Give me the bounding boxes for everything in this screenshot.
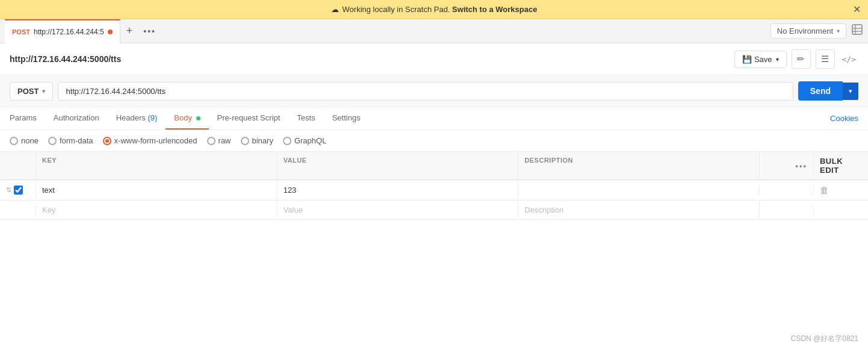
radio-raw-circle — [207, 137, 215, 145]
svg-rect-0 — [852, 25, 862, 34]
tab-url: http://172.16.44.244:5 — [34, 28, 104, 36]
row-handle-icon[interactable]: ⇅ — [6, 186, 11, 194]
request-title-bar: http://172.16.44.244:5000/tts 💾 Save ▾ ✏… — [0, 43, 868, 75]
notification-bar: ☁ Working locally in Scratch Pad. Switch… — [0, 0, 868, 19]
radio-form-data-circle — [48, 137, 57, 145]
tab-body[interactable]: Body — [166, 107, 208, 130]
th-value: VALUE — [277, 152, 519, 180]
radio-urlencoded-circle — [103, 137, 111, 145]
save-chevron-icon: ▾ — [776, 56, 779, 63]
send-button[interactable]: Send — [798, 81, 843, 101]
save-label: Save — [754, 55, 772, 64]
environment-selector[interactable]: No Environment ▾ — [770, 23, 846, 39]
radio-urlencoded-label: x-www-form-urlencoded — [114, 136, 197, 145]
row-checkbox[interactable] — [14, 186, 23, 195]
row-more — [760, 186, 814, 195]
body-table: KEY VALUE DESCRIPTION ••• Bulk Edit ⇅ te… — [0, 152, 868, 220]
radio-graphql-label: GraphQL — [294, 136, 326, 145]
cloud-icon: ☁ — [331, 5, 339, 14]
radio-raw[interactable]: raw — [207, 136, 231, 145]
switch-workspace-link[interactable]: Switch to a Workspace — [452, 5, 537, 14]
placeholder-ctrl — [0, 205, 36, 215]
url-input[interactable] — [58, 82, 793, 101]
send-dropdown-button[interactable]: ▾ — [843, 83, 858, 100]
radio-graphql-circle — [283, 137, 291, 145]
placeholder-description[interactable]: Description — [518, 201, 760, 219]
send-button-group: Send ▾ — [798, 81, 858, 101]
placeholder-more — [760, 205, 814, 215]
method-chevron-icon: ▾ — [42, 88, 45, 95]
table-row: ⇅ text 123 🗑 — [0, 180, 868, 201]
comment-button[interactable]: ☰ — [816, 49, 835, 69]
radio-form-data[interactable]: form-data — [48, 136, 93, 145]
tabs-right: Cookies — [830, 114, 858, 123]
workspace-icon-button[interactable] — [851, 23, 863, 39]
th-description: DESCRIPTION — [518, 152, 760, 180]
radio-form-data-label: form-data — [60, 136, 93, 145]
code-button[interactable]: </> — [840, 55, 858, 64]
radio-none[interactable]: none — [10, 136, 39, 145]
row-delete: 🗑 — [814, 180, 868, 200]
title-bar-actions: 💾 Save ▾ ✏ ☰ </> — [734, 49, 858, 69]
tab-modified-dot — [108, 30, 113, 34]
tab-prerequest[interactable]: Pre-request Script — [209, 107, 289, 130]
close-notification-button[interactable]: ✕ — [853, 5, 861, 14]
radio-urlencoded[interactable]: x-www-form-urlencoded — [103, 136, 197, 145]
radio-none-circle — [10, 137, 18, 145]
tab-bar-right: No Environment ▾ — [770, 23, 863, 39]
body-dot — [196, 116, 200, 120]
tab-item-post[interactable]: POST http://172.16.44.244:5 — [5, 19, 120, 43]
tab-tests[interactable]: Tests — [288, 107, 323, 130]
radio-raw-label: raw — [219, 136, 231, 145]
tab-settings[interactable]: Settings — [324, 107, 369, 130]
tab-method-badge: POST — [12, 28, 30, 36]
th-bulk-edit[interactable]: Bulk Edit — [814, 152, 868, 180]
radio-binary[interactable]: binary — [241, 136, 273, 145]
th-more: ••• — [760, 152, 814, 180]
env-label: No Environment — [777, 27, 833, 36]
request-title: http://172.16.44.244:5000/tts — [10, 54, 121, 64]
row-key[interactable]: text — [36, 181, 277, 199]
placeholder-actions — [814, 205, 868, 215]
add-tab-button[interactable]: + — [120, 25, 139, 37]
radio-binary-circle — [241, 137, 249, 145]
body-type-row: none form-data x-www-form-urlencoded raw… — [0, 130, 868, 152]
placeholder-value[interactable]: Value — [277, 201, 519, 219]
radio-graphql[interactable]: GraphQL — [283, 136, 326, 145]
th-key: KEY — [36, 152, 277, 180]
env-chevron-icon: ▾ — [837, 28, 840, 34]
method-select[interactable]: POST ▾ — [10, 82, 53, 101]
edit-button[interactable]: ✏ — [792, 49, 811, 69]
method-label: POST — [17, 87, 39, 96]
save-button[interactable]: 💾 Save ▾ — [734, 51, 787, 68]
save-icon: 💾 — [742, 55, 752, 64]
radio-none-label: none — [21, 136, 39, 145]
row-ctrl: ⇅ — [0, 181, 36, 199]
tab-authorization[interactable]: Authorization — [45, 107, 108, 130]
cookies-link[interactable]: Cookies — [830, 114, 858, 123]
notification-text: Working locally in Scratch Pad. — [343, 5, 450, 14]
placeholder-key[interactable]: Key — [36, 201, 277, 219]
delete-row-button[interactable]: 🗑 — [820, 185, 829, 195]
request-tabs: Params Authorization Headers (9) Body Pr… — [0, 107, 868, 130]
headers-badge: (9) — [147, 113, 157, 122]
table-more-icon[interactable]: ••• — [795, 161, 807, 170]
row-description[interactable] — [518, 186, 760, 195]
tab-more-button[interactable]: ••• — [138, 27, 161, 36]
tab-params[interactable]: Params — [10, 107, 45, 130]
tab-headers[interactable]: Headers (9) — [108, 107, 166, 130]
table-header: KEY VALUE DESCRIPTION ••• Bulk Edit — [0, 152, 868, 180]
row-value[interactable]: 123 — [277, 181, 519, 199]
placeholder-row: Key Value Description — [0, 201, 868, 220]
world-icon — [851, 23, 863, 36]
radio-binary-label: binary — [252, 136, 273, 145]
url-bar: POST ▾ Send ▾ — [0, 75, 868, 107]
th-ctrl — [0, 152, 36, 180]
tab-bar: POST http://172.16.44.244:5 + ••• No Env… — [0, 19, 868, 43]
